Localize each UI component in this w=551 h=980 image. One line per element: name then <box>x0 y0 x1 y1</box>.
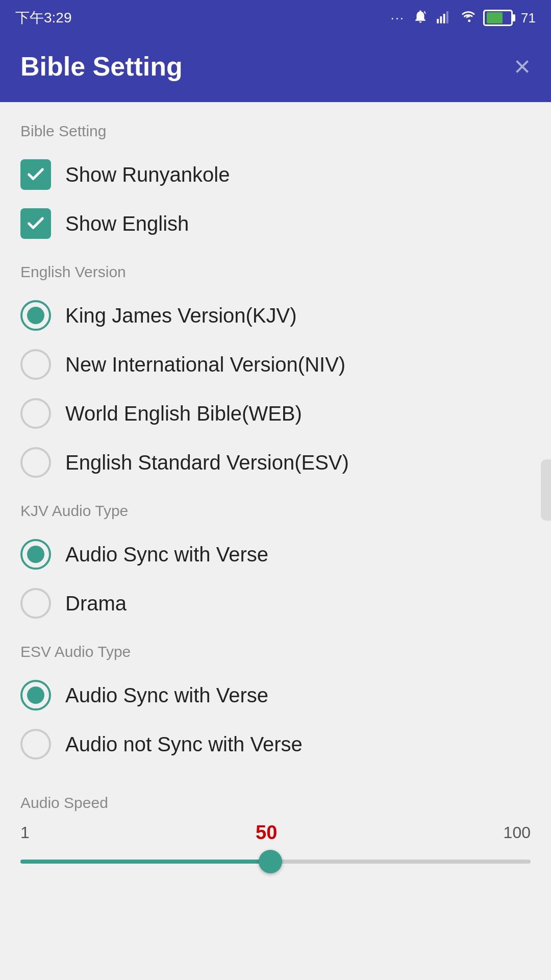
slider-current-value: 50 <box>256 822 277 844</box>
bible-setting-label: Bible Setting <box>20 122 531 140</box>
battery-tip <box>513 14 515 21</box>
kjv-sync-label: Audio Sync with Verse <box>65 543 268 566</box>
english-version-section: English Version King James Version(KJV) … <box>20 263 531 487</box>
bible-setting-section: Bible Setting Show Runyankole Show Engli… <box>20 122 531 248</box>
kjv-audio-section: KJV Audio Type Audio Sync with Verse Dra… <box>20 502 531 628</box>
radio-esv-label: English Standard Version(ESV) <box>65 451 349 474</box>
svg-rect-2 <box>440 16 442 23</box>
esv-not-sync-label: Audio not Sync with Verse <box>65 733 303 756</box>
status-icons: ··· 71 <box>390 9 536 28</box>
wifi-icon <box>460 9 475 28</box>
more-icon: ··· <box>390 10 405 26</box>
esv-radio-sync[interactable]: Audio Sync with Verse <box>20 671 531 720</box>
radio-niv-label: New International Version(NIV) <box>65 353 345 376</box>
app-header: Bible Setting × <box>0 36 551 102</box>
battery-icon <box>483 10 513 26</box>
esv-not-sync-circle[interactable] <box>20 729 51 760</box>
radio-esv[interactable]: English Standard Version(ESV) <box>20 438 531 487</box>
esv-sync-circle[interactable] <box>20 680 51 710</box>
radio-kjv-label: King James Version(KJV) <box>65 304 297 327</box>
kjv-drama-label: Drama <box>65 592 127 615</box>
slider-max: 100 <box>504 823 531 842</box>
svg-rect-1 <box>437 19 439 23</box>
radio-web-circle[interactable] <box>20 398 51 429</box>
radio-kjv-inner <box>27 307 44 324</box>
show-runyankole-item[interactable]: Show Runyankole <box>20 150 531 199</box>
close-button[interactable]: × <box>514 52 531 81</box>
esv-radio-not-sync[interactable]: Audio not Sync with Verse <box>20 720 531 769</box>
radio-niv[interactable]: New International Version(NIV) <box>20 340 531 389</box>
radio-esv-circle[interactable] <box>20 447 51 478</box>
slider-track <box>20 860 531 864</box>
signal-icon <box>436 9 452 28</box>
show-runyankole-checkbox[interactable] <box>20 159 51 190</box>
svg-point-5 <box>468 19 470 22</box>
esv-audio-label: ESV Audio Type <box>20 643 531 660</box>
settings-content: Bible Setting Show Runyankole Show Engli… <box>0 102 551 890</box>
slider-min: 1 <box>20 823 30 842</box>
english-version-label: English Version <box>20 263 531 281</box>
esv-sync-label: Audio Sync with Verse <box>65 684 268 707</box>
kjv-radio-sync[interactable]: Audio Sync with Verse <box>20 530 531 579</box>
radio-web[interactable]: World English Bible(WEB) <box>20 389 531 438</box>
radio-niv-circle[interactable] <box>20 349 51 380</box>
status-time: 下午3:29 <box>15 8 72 28</box>
kjv-sync-circle[interactable] <box>20 539 51 570</box>
battery-percent: 71 <box>521 10 536 26</box>
slider-fill <box>20 860 270 864</box>
battery-fill <box>487 12 503 23</box>
kjv-audio-label: KJV Audio Type <box>20 502 531 520</box>
slider-thumb[interactable] <box>259 850 282 873</box>
kjv-radio-drama[interactable]: Drama <box>20 579 531 628</box>
radio-kjv[interactable]: King James Version(KJV) <box>20 291 531 340</box>
show-english-label: Show English <box>65 212 189 235</box>
scroll-indicator <box>541 459 551 521</box>
show-english-checkbox[interactable] <box>20 208 51 239</box>
audio-speed-section: Audio Speed 1 50 100 <box>20 794 531 874</box>
slider-track-container[interactable] <box>20 849 531 874</box>
audio-speed-label: Audio Speed <box>20 794 531 812</box>
svg-rect-4 <box>446 11 448 23</box>
show-english-item[interactable]: Show English <box>20 199 531 248</box>
esv-audio-section: ESV Audio Type Audio Sync with Verse Aud… <box>20 643 531 769</box>
page-title: Bible Setting <box>20 51 183 82</box>
svg-line-0 <box>424 11 426 14</box>
status-bar: 下午3:29 ··· 71 <box>0 0 551 36</box>
svg-rect-3 <box>443 14 445 23</box>
bell-icon <box>413 9 428 28</box>
show-runyankole-label: Show Runyankole <box>65 163 230 186</box>
radio-kjv-circle[interactable] <box>20 300 51 331</box>
esv-sync-inner <box>27 687 44 704</box>
kjv-drama-circle[interactable] <box>20 588 51 619</box>
radio-web-label: World English Bible(WEB) <box>65 402 302 425</box>
kjv-sync-inner <box>27 546 44 563</box>
slider-labels: 1 50 100 <box>20 822 531 844</box>
